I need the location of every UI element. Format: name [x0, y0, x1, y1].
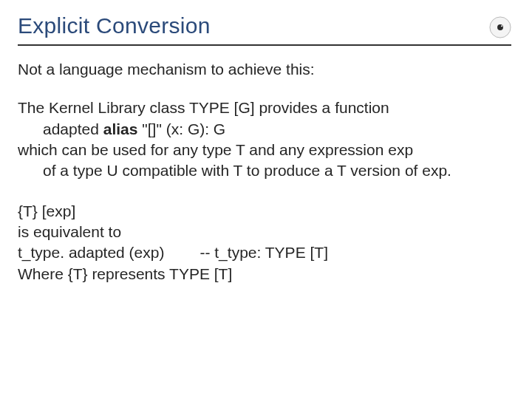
equiv-line-4: Where {T} represents TYPE [T] — [18, 264, 511, 284]
func-suffix: "[]" (x: G): G — [137, 120, 225, 137]
paragraph-kernel: The Kernel Library class TYPE [G] provid… — [18, 98, 511, 181]
func-prefix: adapted — [43, 120, 103, 137]
title-divider — [18, 44, 511, 46]
equiv-line-1: {T} [exp] — [18, 201, 511, 222]
kernel-line-1: The Kernel Library class TYPE [G] provid… — [18, 98, 511, 118]
kernel-line-3: which can be used for any type T and any… — [18, 140, 511, 182]
svg-point-1 — [497, 24, 503, 30]
slide: Explicit Conversion Not a language mecha… — [0, 0, 532, 399]
equiv-line-3: t_type. adapted (exp)-- t_type: TYPE [T] — [18, 242, 511, 263]
kernel-function-signature: adapted alias "[]" (x: G): G — [18, 119, 511, 140]
paragraph-equivalence: {T} [exp] is equivalent to t_type. adapt… — [18, 201, 511, 284]
slide-title: Explicit Conversion — [18, 13, 211, 38]
body-text: Not a language mechanism to achieve this… — [18, 59, 511, 284]
equiv-line-2: is equivalent to — [18, 222, 511, 242]
alias-keyword: alias — [103, 120, 138, 137]
org-logo-icon — [489, 16, 511, 38]
header: Explicit Conversion — [18, 9, 511, 41]
svg-point-2 — [501, 25, 502, 27]
intro-line: Not a language mechanism to achieve this… — [18, 59, 511, 80]
equiv-comment: -- t_type: TYPE [T] — [200, 244, 328, 261]
equiv-call: t_type. adapted (exp) — [18, 244, 164, 261]
